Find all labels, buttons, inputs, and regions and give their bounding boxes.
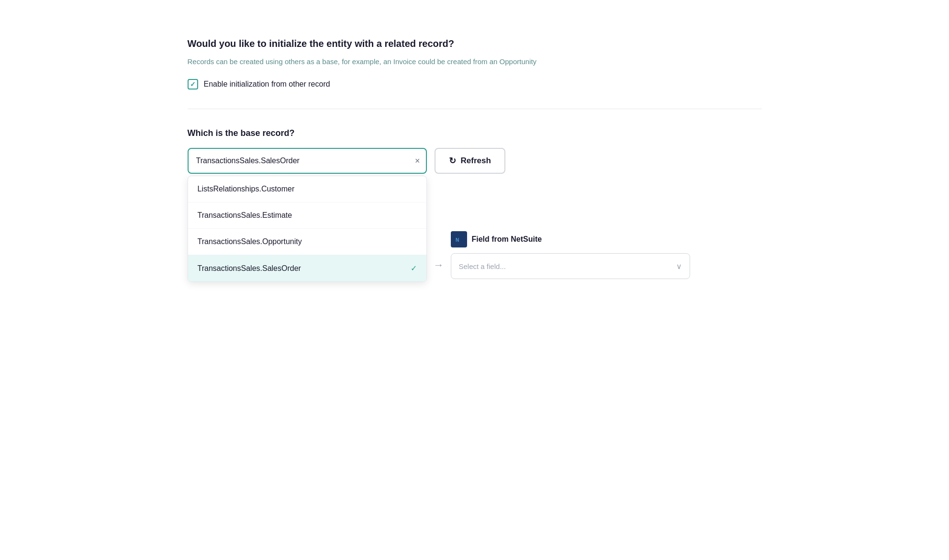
selected-check-icon: ✓: [411, 264, 417, 273]
field-select-placeholder: Select a field...: [459, 262, 506, 270]
section-initialize-description: Records can be created using others as a…: [188, 56, 580, 67]
refresh-icon: ↻: [449, 156, 456, 166]
refresh-button-label: Refresh: [461, 156, 491, 166]
arrow-right-icon: →: [434, 259, 444, 271]
field-chevron-icon: ∨: [676, 262, 682, 271]
clear-icon[interactable]: ×: [415, 157, 420, 165]
checkbox-row: ✓ Enable initialization from other recor…: [188, 79, 762, 90]
refresh-button[interactable]: ↻ Refresh: [435, 148, 505, 174]
section-base-record: Which is the base record? × ListsRelatio…: [188, 128, 762, 174]
dropdown-item-label: TransactionsSales.Opportunity: [198, 237, 302, 246]
base-record-title: Which is the base record?: [188, 128, 762, 138]
search-input-wrapper: × ListsRelationships.Customer Transactio…: [188, 148, 427, 174]
dropdown-item-label: TransactionsSales.SalesOrder: [198, 264, 301, 273]
field-select[interactable]: Select a field... ∨: [451, 253, 690, 279]
dropdown-item-salesorder[interactable]: TransactionsSales.SalesOrder ✓: [188, 255, 426, 281]
checkbox-label: Enable initialization from other record: [204, 80, 330, 89]
base-record-search-input[interactable]: [188, 148, 427, 174]
input-row: × ListsRelationships.Customer Transactio…: [188, 148, 762, 174]
netsuite-logo: N: [451, 231, 467, 247]
section-initialize: Would you like to initialize the entity …: [188, 38, 762, 90]
netsuite-label: Field from NetSuite: [472, 235, 542, 244]
checkbox-check-icon: ✓: [190, 80, 196, 88]
section-divider: [188, 109, 762, 109]
dropdown-item-label: ListsRelationships.Customer: [198, 185, 295, 193]
dropdown-item-estimate[interactable]: TransactionsSales.Estimate: [188, 202, 426, 229]
netsuite-field-section: N Field from NetSuite Select a field... …: [451, 231, 690, 279]
dropdown-list: ListsRelationships.Customer Transactions…: [188, 176, 427, 282]
section-initialize-title: Would you like to initialize the entity …: [188, 38, 762, 49]
dropdown-item-label: TransactionsSales.Estimate: [198, 211, 292, 220]
svg-text:N: N: [456, 237, 459, 243]
arrow-connector: →: [432, 259, 446, 279]
dropdown-item-customer[interactable]: ListsRelationships.Customer: [188, 176, 426, 202]
dropdown-item-opportunity[interactable]: TransactionsSales.Opportunity: [188, 229, 426, 255]
enable-init-checkbox[interactable]: ✓: [188, 79, 198, 90]
